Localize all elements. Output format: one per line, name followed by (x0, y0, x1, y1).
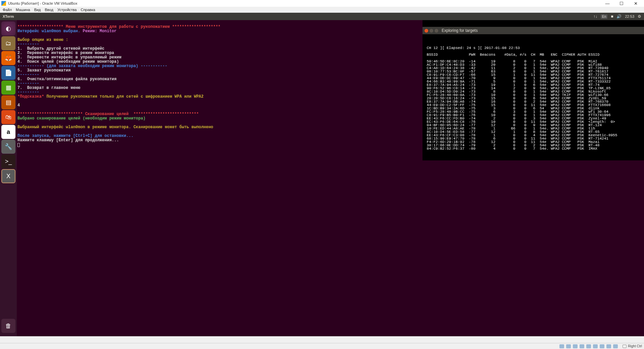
keyboard-icon (623, 345, 627, 348)
menu-machine[interactable]: Машина (16, 8, 30, 12)
vb-status-cpu-icon[interactable] (613, 344, 618, 348)
airodump-status: CH 12 ][ Elapsed: 24 s ][ 2017-01-08 22:… (425, 46, 520, 50)
vb-status-shared-icon[interactable] (593, 344, 598, 348)
minimize-icon[interactable] (430, 29, 433, 33)
unity-launcher: ◐ 🗂 🦊 📄 ▦ ▤ 🛍 a 🔧 >_ X 🗑 (0, 20, 17, 336)
menu-help[interactable]: Справка (81, 8, 95, 12)
menu-devices[interactable]: Устройства (57, 8, 77, 12)
menu-item-5: 5. Захват рукопожатия (17, 68, 70, 73)
menu-item-7: 7. Возврат в главное меню (17, 86, 80, 90)
airodump-title: Exploring for targets (442, 29, 478, 32)
after-launch-1: После запуска, нажмите [Ctrl+C] для оста… (17, 134, 134, 138)
maximize-button[interactable]: ☐ (614, 1, 629, 6)
window-buttons (425, 29, 438, 33)
minimize-button[interactable]: — (600, 1, 614, 6)
clock[interactable]: 22:53 (625, 14, 634, 18)
launcher-xterm[interactable]: X (1, 169, 15, 183)
menu-item-4: 4. Поиск целей (необходим режим монитора… (17, 59, 119, 64)
launcher-writer[interactable]: 📄 (1, 66, 15, 80)
choose-option: Выбор опции из меню : (17, 38, 68, 42)
launcher-calc[interactable]: ▦ (1, 81, 15, 95)
vb-status-recording-icon[interactable] (606, 344, 611, 348)
host-window-titlebar: Ubuntu [Работает] - Oracle VM VirtualBox… (0, 0, 644, 7)
launcher-software-center[interactable]: 🛍 (1, 110, 15, 124)
host-window-title: Ubuntu [Работает] - Oracle VM VirtualBox (8, 1, 77, 5)
vb-status-disk-icon[interactable] (559, 344, 564, 348)
scan-header: *************************** Сканирование… (17, 112, 199, 116)
sep3: --------- (17, 81, 39, 86)
vb-status-network-icon[interactable] (580, 344, 584, 348)
launcher-trash[interactable]: 🗑 (1, 319, 15, 333)
scan-line-1: Выбрано сканирование целей (необходим ре… (17, 116, 146, 121)
airodump-header: BSSID PWR Beacons #Data, #/s CH MB ENC C… (425, 53, 600, 57)
after-launch-2: Нажмите клавишу [Enter] для продолжения.… (17, 138, 119, 143)
network-icon[interactable]: ↑↓ (593, 14, 597, 19)
launcher-terminal[interactable]: >_ (1, 154, 15, 168)
menu-view[interactable]: Вид (34, 8, 41, 12)
vb-status-audio-icon[interactable] (573, 344, 578, 348)
close-button[interactable]: ✕ (629, 1, 643, 6)
airodump-titlebar: Exploring for targets (423, 27, 644, 34)
menu-item-1: 1. Выбрать другой сетевой интерфейс (17, 46, 104, 51)
volume-icon[interactable]: 🔊 (616, 14, 622, 19)
host-key-indicator: Right Ctrl (623, 344, 642, 348)
virtualbox-menu-bar: Файл Машина Вид Ввод Устройства Справка (0, 7, 644, 13)
launcher-impress[interactable]: ▤ (1, 95, 15, 109)
sep1: --------- (17, 42, 39, 47)
airodump-output: CH 12 ][ Elapsed: 24 s ][ 2017-01-08 22:… (423, 41, 644, 154)
sep4: --------- (17, 90, 39, 95)
vb-status-usb-icon[interactable] (586, 344, 591, 348)
launcher-dash[interactable]: ◐ (1, 21, 15, 36)
menu-header: ******************* Меню инструментов дл… (17, 24, 220, 29)
iface-line-a: Интерфейс wlan0mon выбран. (17, 29, 80, 34)
menu-item-6: 6. Очистка/оптимизация файла рукопожатия (17, 77, 116, 82)
maximize-icon[interactable] (435, 29, 438, 33)
launcher-files[interactable]: 🗂 (1, 36, 15, 50)
launcher-firefox[interactable]: 🦊 (1, 51, 15, 65)
battery-icon[interactable]: ■ (611, 14, 613, 19)
airodump-window[interactable]: Exploring for targets CH 12 ][ Elapsed: … (423, 20, 644, 160)
airodump-row: 84:C9:B2:52:F6:37 -80 4 0 0 7 54e. WPA2 … (425, 147, 597, 151)
close-icon[interactable] (425, 29, 428, 33)
user-input: 4 (17, 103, 20, 108)
ubuntu-top-panel: XTerm ↑↓ En ■ 🔊 22:53 ⚙ (0, 13, 644, 20)
vb-status-display-icon[interactable] (600, 344, 604, 348)
guest-desktop: XTerm ↑↓ En ■ 🔊 22:53 ⚙ ◐ 🗂 🦊 📄 ▦ ▤ 🛍 a … (0, 13, 644, 336)
window-controls: — ☐ ✕ (600, 1, 643, 6)
gear-icon[interactable]: ⚙ (638, 14, 641, 19)
host-key-label: Right Ctrl (628, 344, 642, 348)
launcher-settings[interactable]: 🔧 (1, 140, 15, 154)
launcher-amazon[interactable]: a (1, 125, 15, 139)
menu-input[interactable]: Ввод (45, 8, 53, 12)
iface-line-b: Режим: Monitor (80, 29, 116, 34)
virtualbox-status-bar: Right Ctrl (0, 343, 644, 349)
system-tray: ↑↓ En ■ 🔊 22:53 ⚙ (593, 14, 641, 19)
sep2: --------- (17, 72, 39, 77)
vb-status-optical-icon[interactable] (566, 344, 571, 348)
virtualbox-icon (1, 1, 6, 6)
menu-item-2: 2. Перевести интерфейс в режим монитора (17, 51, 114, 55)
terminal-cursor (17, 143, 20, 147)
menu-item-3: 3. Перевести интерфейс в управляемый реж… (17, 55, 121, 60)
keyboard-layout-indicator[interactable]: En (601, 14, 607, 19)
capture-sep: ----------- (для захвата необходим режим… (17, 64, 167, 68)
active-window-title: XTerm (3, 14, 14, 18)
hint-text: Получение рукопожатия только для сетей с… (44, 94, 203, 99)
hint-star: *Подсказка* (17, 94, 44, 99)
menu-file[interactable]: Файл (3, 8, 12, 12)
scan-line-2: Выбранный интерфейс wlan0mon в режиме мо… (17, 125, 213, 130)
